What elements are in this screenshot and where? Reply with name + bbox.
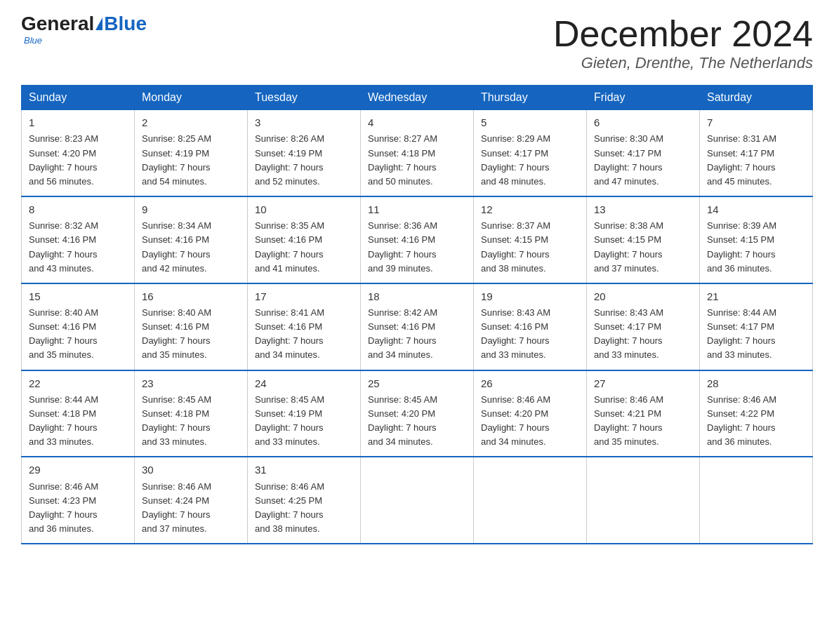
page-header: General Blue Blue December 2024 Gieten, …: [21, 14, 813, 72]
day-info: Sunrise: 8:30 AMSunset: 4:17 PMDaylight:…: [594, 133, 663, 186]
calendar-cell: [587, 457, 700, 544]
day-info: Sunrise: 8:46 AMSunset: 4:23 PMDaylight:…: [29, 481, 98, 534]
logo: General Blue Blue: [21, 14, 147, 46]
calendar-cell: 25Sunrise: 8:45 AMSunset: 4:20 PMDayligh…: [361, 370, 474, 457]
day-number: 16: [142, 288, 240, 304]
day-number: 15: [29, 288, 127, 304]
calendar-cell: 13Sunrise: 8:38 AMSunset: 4:15 PMDayligh…: [587, 196, 700, 283]
calendar-cell: 17Sunrise: 8:41 AMSunset: 4:16 PMDayligh…: [248, 283, 361, 370]
month-year-title: December 2024: [553, 14, 813, 54]
day-info: Sunrise: 8:29 AMSunset: 4:17 PMDaylight:…: [481, 133, 550, 186]
calendar-cell: 31Sunrise: 8:46 AMSunset: 4:25 PMDayligh…: [248, 457, 361, 544]
calendar-cell: 6Sunrise: 8:30 AMSunset: 4:17 PMDaylight…: [587, 110, 700, 196]
day-info: Sunrise: 8:45 AMSunset: 4:20 PMDaylight:…: [368, 394, 437, 447]
day-info: Sunrise: 8:46 AMSunset: 4:21 PMDaylight:…: [594, 394, 663, 447]
day-number: 6: [594, 114, 692, 130]
day-number: 10: [255, 201, 353, 217]
day-number: 29: [29, 462, 127, 478]
day-number: 20: [594, 288, 692, 304]
day-info: Sunrise: 8:46 AMSunset: 4:22 PMDaylight:…: [707, 394, 776, 447]
day-info: Sunrise: 8:40 AMSunset: 4:16 PMDaylight:…: [142, 307, 211, 360]
day-number: 22: [29, 375, 127, 391]
calendar-week-row: 1Sunrise: 8:23 AMSunset: 4:20 PMDaylight…: [22, 110, 813, 196]
calendar-week-row: 15Sunrise: 8:40 AMSunset: 4:16 PMDayligh…: [22, 283, 813, 370]
logo-triangle-icon: [95, 18, 102, 30]
day-info: Sunrise: 8:46 AMSunset: 4:25 PMDaylight:…: [255, 481, 324, 534]
calendar-cell: 18Sunrise: 8:42 AMSunset: 4:16 PMDayligh…: [361, 283, 474, 370]
day-info: Sunrise: 8:44 AMSunset: 4:18 PMDaylight:…: [29, 394, 98, 447]
day-number: 12: [481, 201, 579, 217]
day-number: 27: [594, 375, 692, 391]
calendar-week-row: 29Sunrise: 8:46 AMSunset: 4:23 PMDayligh…: [22, 457, 813, 544]
calendar-cell: 8Sunrise: 8:32 AMSunset: 4:16 PMDaylight…: [22, 196, 135, 283]
calendar-cell: 23Sunrise: 8:45 AMSunset: 4:18 PMDayligh…: [135, 370, 248, 457]
day-info: Sunrise: 8:40 AMSunset: 4:16 PMDaylight:…: [29, 307, 98, 360]
calendar-cell: 12Sunrise: 8:37 AMSunset: 4:15 PMDayligh…: [474, 196, 587, 283]
calendar-cell: 16Sunrise: 8:40 AMSunset: 4:16 PMDayligh…: [135, 283, 248, 370]
day-info: Sunrise: 8:25 AMSunset: 4:19 PMDaylight:…: [142, 133, 211, 186]
day-number: 14: [707, 201, 805, 217]
day-info: Sunrise: 8:31 AMSunset: 4:17 PMDaylight:…: [707, 133, 776, 186]
calendar-cell: 30Sunrise: 8:46 AMSunset: 4:24 PMDayligh…: [135, 457, 248, 544]
calendar-cell: 9Sunrise: 8:34 AMSunset: 4:16 PMDaylight…: [135, 196, 248, 283]
calendar-cell: 2Sunrise: 8:25 AMSunset: 4:19 PMDaylight…: [135, 110, 248, 196]
calendar-cell: 15Sunrise: 8:40 AMSunset: 4:16 PMDayligh…: [22, 283, 135, 370]
day-info: Sunrise: 8:34 AMSunset: 4:16 PMDaylight:…: [142, 220, 211, 273]
calendar-cell: 27Sunrise: 8:46 AMSunset: 4:21 PMDayligh…: [587, 370, 700, 457]
day-number: 3: [255, 114, 353, 130]
calendar-cell: [361, 457, 474, 544]
day-number: 24: [255, 375, 353, 391]
day-info: Sunrise: 8:26 AMSunset: 4:19 PMDaylight:…: [255, 133, 324, 186]
calendar-cell: 11Sunrise: 8:36 AMSunset: 4:16 PMDayligh…: [361, 196, 474, 283]
column-header-saturday: Saturday: [700, 86, 813, 110]
column-header-thursday: Thursday: [474, 86, 587, 110]
calendar-table: SundayMondayTuesdayWednesdayThursdayFrid…: [21, 85, 813, 544]
column-header-sunday: Sunday: [22, 86, 135, 110]
day-number: 11: [368, 201, 466, 217]
day-number: 17: [255, 288, 353, 304]
calendar-week-row: 8Sunrise: 8:32 AMSunset: 4:16 PMDaylight…: [22, 196, 813, 283]
calendar-cell: 7Sunrise: 8:31 AMSunset: 4:17 PMDaylight…: [700, 110, 813, 196]
calendar-cell: 19Sunrise: 8:43 AMSunset: 4:16 PMDayligh…: [474, 283, 587, 370]
column-header-monday: Monday: [135, 86, 248, 110]
day-number: 26: [481, 375, 579, 391]
day-number: 4: [368, 114, 466, 130]
location-subtitle: Gieten, Drenthe, The Netherlands: [553, 54, 813, 72]
day-info: Sunrise: 8:43 AMSunset: 4:16 PMDaylight:…: [481, 307, 550, 360]
calendar-header-row: SundayMondayTuesdayWednesdayThursdayFrid…: [22, 86, 813, 110]
day-info: Sunrise: 8:38 AMSunset: 4:15 PMDaylight:…: [594, 220, 663, 273]
day-number: 13: [594, 201, 692, 217]
day-number: 31: [255, 462, 353, 478]
calendar-cell: 1Sunrise: 8:23 AMSunset: 4:20 PMDaylight…: [22, 110, 135, 196]
logo-blue-text: Blue: [104, 14, 147, 34]
day-info: Sunrise: 8:32 AMSunset: 4:16 PMDaylight:…: [29, 220, 98, 273]
day-number: 9: [142, 201, 240, 217]
calendar-cell: 29Sunrise: 8:46 AMSunset: 4:23 PMDayligh…: [22, 457, 135, 544]
column-header-wednesday: Wednesday: [361, 86, 474, 110]
logo-subtitle: Blue: [24, 35, 42, 46]
calendar-cell: 3Sunrise: 8:26 AMSunset: 4:19 PMDaylight…: [248, 110, 361, 196]
calendar-cell: 28Sunrise: 8:46 AMSunset: 4:22 PMDayligh…: [700, 370, 813, 457]
day-info: Sunrise: 8:44 AMSunset: 4:17 PMDaylight:…: [707, 307, 776, 360]
day-info: Sunrise: 8:43 AMSunset: 4:17 PMDaylight:…: [594, 307, 663, 360]
column-header-tuesday: Tuesday: [248, 86, 361, 110]
day-info: Sunrise: 8:45 AMSunset: 4:19 PMDaylight:…: [255, 394, 324, 447]
day-number: 23: [142, 375, 240, 391]
calendar-cell: 4Sunrise: 8:27 AMSunset: 4:18 PMDaylight…: [361, 110, 474, 196]
day-number: 30: [142, 462, 240, 478]
calendar-cell: 5Sunrise: 8:29 AMSunset: 4:17 PMDaylight…: [474, 110, 587, 196]
calendar-cell: 10Sunrise: 8:35 AMSunset: 4:16 PMDayligh…: [248, 196, 361, 283]
day-info: Sunrise: 8:41 AMSunset: 4:16 PMDaylight:…: [255, 307, 324, 360]
calendar-cell: 22Sunrise: 8:44 AMSunset: 4:18 PMDayligh…: [22, 370, 135, 457]
day-number: 5: [481, 114, 579, 130]
day-info: Sunrise: 8:42 AMSunset: 4:16 PMDaylight:…: [368, 307, 437, 360]
day-info: Sunrise: 8:39 AMSunset: 4:15 PMDaylight:…: [707, 220, 776, 273]
day-info: Sunrise: 8:46 AMSunset: 4:20 PMDaylight:…: [481, 394, 550, 447]
day-number: 19: [481, 288, 579, 304]
title-block: December 2024 Gieten, Drenthe, The Nethe…: [553, 14, 813, 72]
day-number: 18: [368, 288, 466, 304]
calendar-cell: 20Sunrise: 8:43 AMSunset: 4:17 PMDayligh…: [587, 283, 700, 370]
day-number: 28: [707, 375, 805, 391]
calendar-cell: 21Sunrise: 8:44 AMSunset: 4:17 PMDayligh…: [700, 283, 813, 370]
calendar-cell: [700, 457, 813, 544]
